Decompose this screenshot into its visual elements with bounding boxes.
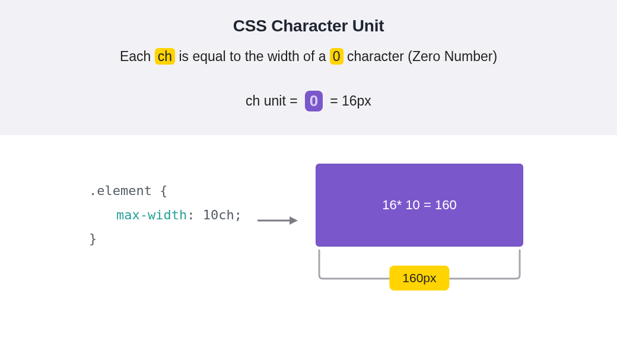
result-column: 16* 10 = 160 160px (316, 164, 523, 294)
subtitle-text: is equal to the width of a (175, 49, 330, 64)
header-panel: CSS Character Unit Each ch is equal to t… (0, 0, 617, 135)
code-property: max-width (116, 207, 187, 222)
code-block: .element { max-width: 10ch; } (89, 164, 242, 251)
highlight-zero: 0 (330, 48, 344, 65)
width-label: 160px (389, 266, 449, 290)
subtitle-text: character (Zero Number) (344, 49, 497, 64)
code-line: .element { (89, 179, 242, 203)
code-line: } (89, 227, 242, 251)
arrow-icon (242, 164, 316, 226)
equation-right: = 16px (330, 93, 371, 109)
code-value: : 10ch; (187, 207, 242, 222)
zero-glyph-box: 0 (305, 91, 323, 111)
equation-row: ch unit = 0 = 16px (0, 91, 617, 111)
code-selector: .element (89, 183, 160, 198)
highlight-ch: ch (155, 48, 175, 65)
equation-left: ch unit = (246, 93, 298, 109)
subtitle-text: Each (120, 49, 155, 64)
subtitle: Each ch is equal to the width of a 0 cha… (0, 49, 617, 65)
result-box-text: 16* 10 = 160 (382, 197, 456, 213)
code-brace: { (160, 183, 167, 198)
code-line: max-width: 10ch; (89, 203, 242, 228)
page-title: CSS Character Unit (0, 17, 617, 36)
result-box: 16* 10 = 160 (316, 164, 523, 247)
example-panel: .element { max-width: 10ch; } 16* 10 = 1… (0, 135, 617, 294)
width-bracket: 160px (316, 247, 523, 294)
